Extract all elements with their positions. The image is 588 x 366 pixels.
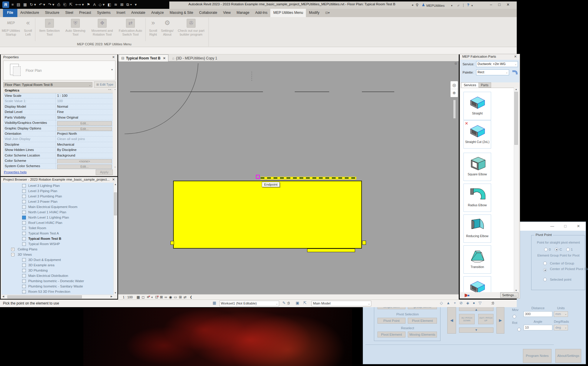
- apply-button[interactable]: Apply: [96, 169, 113, 175]
- redo-icon[interactable]: ↷ ▾: [47, 1, 56, 8]
- rot-radio[interactable]: [517, 328, 521, 331]
- in-pitch-down-button[interactable]: IN / PITCH DOWN: [459, 314, 475, 324]
- moving-elements-button[interactable]: Moving Elements: [408, 332, 437, 337]
- type-selector[interactable]: Floor Plan ▾: [3, 61, 115, 80]
- tree-item[interactable]: Main Electrical Equipment Room: [1, 204, 113, 210]
- ribbon-tab-insert[interactable]: Insert: [113, 9, 128, 17]
- fabrication-config-icon[interactable]: [464, 293, 470, 298]
- sync-with-central-icon[interactable]: ↻ ▾: [28, 1, 37, 8]
- movement-and-rotation-tool-button[interactable]: ✥Movement and Rotation Tool: [88, 18, 116, 36]
- ribbon-tab-analyze[interactable]: Analyze: [148, 9, 167, 17]
- text-icon[interactable]: A: [92, 1, 97, 8]
- tree-item[interactable]: 3D Plumbing: [1, 268, 113, 273]
- mep-utilities-startup-button[interactable]: MEPMEP Utilities Startup: [0, 18, 22, 36]
- pivot-point-button[interactable]: Pivot Point: [377, 318, 405, 324]
- search-icon[interactable]: ⚲: [416, 2, 419, 8]
- ribbon-tab-mep-utilities-menu[interactable]: MEP Utilities Menu: [270, 9, 306, 17]
- ribbon-tab-architecture[interactable]: Architecture: [17, 9, 42, 17]
- ribbon-tab-modify[interactable]: Modify: [306, 9, 322, 17]
- selected-duct-element[interactable]: [173, 181, 362, 249]
- units-select[interactable]: mm⌄: [554, 311, 568, 317]
- worksets-icon[interactable]: ▲: [446, 301, 450, 305]
- workset-select[interactable]: Workset1 (Not Editable) ⌄: [219, 301, 279, 306]
- scrollbar-thumb[interactable]: [114, 192, 117, 215]
- default-3d-view-icon[interactable]: ◇ ▾: [97, 1, 106, 8]
- zoom-icon[interactable]: ⊕: [450, 89, 458, 97]
- distance-input[interactable]: 300: [524, 311, 552, 317]
- settings-about-button[interactable]: ⚙Settings/ About: [160, 18, 175, 36]
- tree-item[interactable]: North Level 1 HVAC Plan: [1, 210, 113, 215]
- scroll-left-icon[interactable]: ◀: [2, 295, 4, 298]
- tree-item[interactable]: Typical Room Test A: [1, 231, 113, 236]
- temporary-hide-icon[interactable]: ⊡✕: [155, 295, 158, 300]
- auto-sleeving-tool-button[interactable]: ⛨Auto Sleeving Tool: [63, 18, 88, 36]
- nudge-down-button[interactable]: ▼: [459, 327, 493, 333]
- close-icon[interactable]: ✕: [112, 178, 115, 182]
- point-option-0[interactable]: 0: [544, 247, 551, 252]
- property-value[interactable]: By Discipline: [56, 147, 113, 152]
- tree-item[interactable]: Typical Room WSHP: [1, 242, 113, 247]
- expand-icon[interactable]: +: [11, 248, 14, 251]
- point-option-1[interactable]: 1: [566, 247, 573, 252]
- print-icon[interactable]: ⎙: [56, 1, 62, 8]
- link-select-icon[interactable]: +: [454, 301, 456, 305]
- property-edit-button[interactable]: <none>: [57, 159, 112, 163]
- scroll-up-icon[interactable]: ▲: [514, 88, 518, 91]
- property-edit-button[interactable]: Edit...: [57, 127, 112, 131]
- exclude-options-icon[interactable]: ⊘: [459, 301, 463, 305]
- project-browser-hscrollbar[interactable]: ◀ ▶: [1, 295, 113, 299]
- close-icon[interactable]: ✕: [112, 55, 115, 59]
- tree-item[interactable]: Level 3 Power Plan: [1, 199, 113, 204]
- worksharing-display-icon[interactable]: ⊞: [179, 295, 182, 300]
- program-notes-button[interactable]: Program Notes: [523, 349, 551, 363]
- sun-path-icon[interactable]: ☀✕: [146, 295, 150, 300]
- tree-item[interactable]: 3D Duct & Equipment: [1, 257, 113, 263]
- property-value[interactable]: 1 : 100: [56, 93, 113, 98]
- collapse-arrow-icon[interactable]: ◂: [412, 2, 413, 8]
- user-dropdown-icon[interactable]: ▾: [451, 3, 453, 9]
- user-icon[interactable]: ♟: [422, 2, 425, 8]
- steering-wheel-icon[interactable]: ◎: [450, 81, 458, 89]
- scrollbar-thumb[interactable]: [7, 295, 82, 298]
- graphics-group-header[interactable]: Graphics ⌃⌃: [3, 89, 113, 93]
- point-option-c[interactable]: C: [555, 247, 562, 252]
- nudge-left-button[interactable]: ◀: [447, 307, 456, 334]
- about-settings-button[interactable]: About/Settings: [555, 349, 581, 363]
- maximize-icon[interactable]: □: [498, 2, 501, 8]
- edit-type-button[interactable]: ⊞ Edit Type: [94, 81, 116, 88]
- close-icon[interactable]: ✕: [506, 2, 510, 8]
- palette-select[interactable]: Rect⌄: [476, 69, 509, 75]
- nudge-right-button[interactable]: ▶: [496, 307, 504, 334]
- tag-by-category-icon[interactable]: ⚑: [85, 1, 92, 8]
- help-dropdown-icon[interactable]: ▾: [471, 3, 473, 9]
- revit-logo-icon[interactable]: R: [2, 1, 9, 8]
- out-pitch-up-button[interactable]: OUT / PITCH UP: [478, 314, 493, 324]
- part-card-reducing-elbow[interactable]: Reducing Elbow: [463, 214, 491, 243]
- property-value[interactable]: Project North: [56, 131, 113, 136]
- view-scale-control[interactable]: 1 : 100: [123, 295, 133, 299]
- view-corner-icon[interactable]: ⊡: [455, 62, 457, 65]
- ribbon-tab-view[interactable]: View: [220, 9, 234, 17]
- property-value[interactable]: Clean all wall joins: [56, 137, 113, 142]
- switch-windows-icon[interactable]: ⧉ ▾: [125, 1, 133, 8]
- export-pdf-icon[interactable]: ⎗: [62, 1, 68, 8]
- center-of-picked-radio[interactable]: Center of Picked Pivot Element: [543, 267, 582, 272]
- part-card-radius-elbow[interactable]: Radius Elbow: [463, 184, 491, 212]
- service-select[interactable]: Ductwork: +2in WG⌄: [476, 61, 518, 67]
- ribbon-tab-annotate[interactable]: Annotate: [128, 9, 148, 17]
- scroll-right-button[interactable]: »Scroll Right: [147, 18, 160, 36]
- sun-settings-icon[interactable]: ◉: [169, 295, 172, 300]
- mov-radio[interactable]: [513, 315, 516, 318]
- tree-item[interactable]: +Ceiling Plans: [1, 247, 113, 252]
- property-edit-button[interactable]: Edit...: [57, 121, 112, 125]
- angle-input[interactable]: 10: [524, 325, 552, 330]
- ribbon-tab-steel[interactable]: Steel: [62, 9, 76, 17]
- constraints-icon[interactable]: ⇄: [184, 295, 187, 300]
- tree-item[interactable]: Toilet Room: [1, 226, 113, 231]
- palette-settings-button[interactable]: Settings...: [500, 292, 519, 298]
- undo-icon[interactable]: ↶ ▾: [37, 1, 47, 8]
- property-value[interactable]: Mechanical: [56, 142, 113, 147]
- help-icon[interactable]: ?: [467, 2, 469, 8]
- tree-item[interactable]: Room 53 3D Fire Protection: [1, 289, 113, 295]
- part-card-transition[interactable]: Transition: [463, 245, 491, 274]
